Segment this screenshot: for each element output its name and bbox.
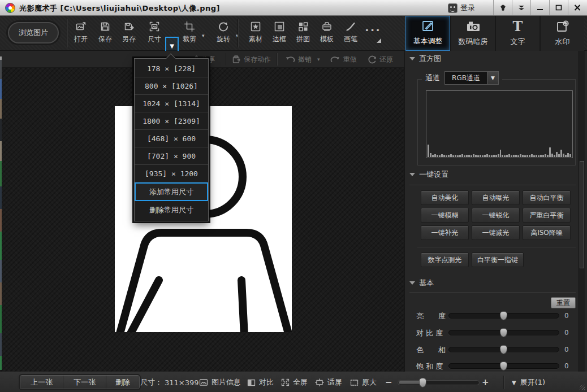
toolbar-separator bbox=[238, 19, 238, 47]
white-balance-one-touch-button[interactable]: 白平衡一指键 bbox=[472, 252, 524, 267]
panel-scrollbar[interactable] bbox=[579, 51, 585, 372]
rotate-button[interactable]: 旋转 bbox=[211, 20, 236, 47]
slider-thumb[interactable] bbox=[500, 328, 507, 337]
auto-exposure-button[interactable]: 自动曝光 bbox=[472, 190, 520, 205]
save-as-button[interactable]: 另存 bbox=[116, 20, 141, 47]
redo-button[interactable]: 重做 bbox=[330, 51, 357, 68]
actual-size-icon bbox=[350, 379, 359, 386]
channel-row: 通道 RGB通道 ▼ bbox=[422, 71, 502, 85]
size-menu-item[interactable]: 800 × [1026] bbox=[135, 77, 208, 95]
compare-button[interactable]: 对比 bbox=[247, 372, 274, 392]
one-key-blur-button[interactable]: 一键模糊 bbox=[421, 208, 469, 223]
resize-icon bbox=[149, 20, 160, 33]
fit-screen-button[interactable]: 适屏 bbox=[315, 372, 342, 392]
zoom-out-button[interactable]: − bbox=[385, 372, 392, 392]
fullscreen-button[interactable]: 全屏 bbox=[281, 372, 308, 392]
tab-darkroom[interactable]: 数码暗房 bbox=[450, 16, 495, 51]
size-menu-item[interactable]: [702] × 900 bbox=[135, 147, 208, 165]
saturation-value: 0 bbox=[564, 362, 569, 370]
collapse-button[interactable] bbox=[512, 0, 530, 15]
brightness-slider[interactable] bbox=[448, 313, 559, 319]
login-label: 登录 bbox=[460, 3, 475, 13]
zoom-in-button[interactable]: + bbox=[482, 372, 489, 392]
severe-white-balance-button[interactable]: 严重白平衡 bbox=[523, 208, 571, 223]
size-menu-item[interactable]: 178 × [228] bbox=[135, 60, 208, 77]
collage-button[interactable]: 拼图 bbox=[291, 20, 316, 47]
size-menu-item[interactable]: [935] × 1200 bbox=[135, 165, 208, 182]
digital-spot-metering-button[interactable]: 数字点测光 bbox=[421, 252, 469, 267]
undo-button[interactable]: 撤销 bbox=[285, 51, 312, 68]
image-size-readout: 尺寸：311×399 bbox=[140, 372, 199, 392]
one-key-fill-light-button[interactable]: 一键补光 bbox=[421, 225, 469, 240]
crop-caret-icon[interactable]: ▾ bbox=[202, 33, 205, 38]
main-toolbar: 浏览图片 打开 保存 另存 尺寸 ▼ bbox=[0, 16, 587, 51]
brush-button[interactable]: 画笔 bbox=[338, 20, 363, 47]
material-button[interactable]: 素材 bbox=[243, 20, 268, 47]
reset-button[interactable]: 重置 bbox=[551, 297, 576, 308]
open-button[interactable]: 打开 bbox=[68, 20, 93, 47]
high-iso-denoise-button[interactable]: 高ISO降噪 bbox=[523, 225, 571, 240]
basic-section-header[interactable]: 基本 bbox=[409, 278, 434, 288]
revert-button[interactable]: 还原 bbox=[368, 51, 393, 68]
auto-beautify-button[interactable]: 自动美化 bbox=[421, 190, 469, 205]
size-menu-item[interactable]: 1024 × [1314] bbox=[135, 95, 208, 112]
tab-basic-adjust[interactable]: 基本调整 bbox=[405, 16, 450, 51]
compare-icon bbox=[247, 379, 256, 386]
actual-size-button[interactable]: 原大 bbox=[350, 372, 377, 392]
resize-grip[interactable] bbox=[580, 385, 585, 390]
next-image-button[interactable]: 下一张 bbox=[63, 376, 106, 389]
title-bar: 光影魔术手 [C:\Users\liujiahui\Desktop\人像.png… bbox=[0, 0, 587, 16]
delete-image-button[interactable]: 删除 bbox=[106, 376, 139, 389]
image-info-button[interactable]: 图片信息 bbox=[199, 372, 241, 392]
size-menu-item[interactable]: 1800 × [2309] bbox=[135, 112, 208, 130]
tab-text[interactable]: T 文字 bbox=[495, 16, 539, 51]
scrollbar-thumb[interactable] bbox=[580, 161, 584, 268]
size-menu-item[interactable]: [468] × 600 bbox=[135, 130, 208, 147]
undo-caret-icon[interactable]: ▾ bbox=[317, 56, 320, 62]
contrast-label: 对 比 度 bbox=[416, 328, 443, 338]
material-star-icon bbox=[250, 20, 261, 33]
hue-value: 0 bbox=[564, 346, 569, 354]
section-divider bbox=[409, 292, 576, 293]
close-button[interactable] bbox=[568, 0, 586, 15]
remove-common-size-item[interactable]: 删除常用尺寸 bbox=[135, 201, 208, 219]
previous-image-button[interactable]: 上一张 bbox=[20, 376, 63, 389]
fit-screen-icon bbox=[315, 378, 324, 386]
toolbar-separator bbox=[67, 19, 67, 47]
collapse-triangle-icon bbox=[409, 281, 415, 285]
browse-images-button[interactable]: 浏览图片 bbox=[8, 22, 59, 43]
slider-thumb[interactable] bbox=[500, 361, 507, 371]
one-key-sharpen-button[interactable]: 一键锐化 bbox=[472, 208, 520, 223]
channel-select[interactable]: RGB通道 ▼ bbox=[444, 71, 499, 85]
zoom-slider[interactable] bbox=[398, 380, 480, 385]
text-T-icon: T bbox=[513, 19, 523, 34]
crop-button[interactable]: 裁剪 bbox=[177, 20, 202, 47]
brightness-label: 亮 度 bbox=[416, 311, 446, 321]
minimize-button[interactable] bbox=[530, 0, 549, 15]
template-button[interactable]: 模板 bbox=[314, 20, 339, 47]
hue-slider[interactable] bbox=[448, 347, 559, 352]
login-button[interactable]: 登录 bbox=[448, 2, 475, 14]
slider-thumb[interactable] bbox=[500, 345, 507, 354]
one-key-section-header[interactable]: 一键设置 bbox=[409, 169, 448, 180]
add-common-size-item[interactable]: 添加常用尺寸 bbox=[135, 182, 208, 201]
saturation-slider[interactable] bbox=[448, 363, 559, 369]
expand-panel-button[interactable]: ▼ 展开(1) bbox=[512, 372, 545, 392]
frame-button[interactable]: 边框 bbox=[267, 20, 292, 47]
auto-white-balance-button[interactable]: 自动白平衡 bbox=[523, 190, 571, 205]
zoom-slider-thumb[interactable] bbox=[419, 378, 426, 387]
revert-icon bbox=[368, 55, 377, 64]
maximize-button[interactable] bbox=[549, 0, 568, 15]
more-tools-button[interactable]: ••• bbox=[363, 25, 382, 44]
contrast-slider[interactable] bbox=[448, 330, 559, 336]
saturation-label: 饱 和 度 bbox=[416, 361, 443, 372]
save-action-button[interactable]: 保存动作 bbox=[232, 51, 271, 68]
resize-button[interactable]: 尺寸 bbox=[142, 20, 167, 47]
one-key-dim-light-button[interactable]: 一键减光 bbox=[472, 225, 520, 240]
slider-thumb[interactable] bbox=[500, 311, 507, 320]
undo-icon bbox=[285, 55, 295, 63]
save-button[interactable]: 保存 bbox=[93, 20, 118, 47]
skin-button[interactable] bbox=[493, 0, 512, 15]
histogram-section-header[interactable]: 直方图 bbox=[409, 54, 441, 64]
tab-watermark[interactable]: 水印 bbox=[539, 16, 584, 51]
